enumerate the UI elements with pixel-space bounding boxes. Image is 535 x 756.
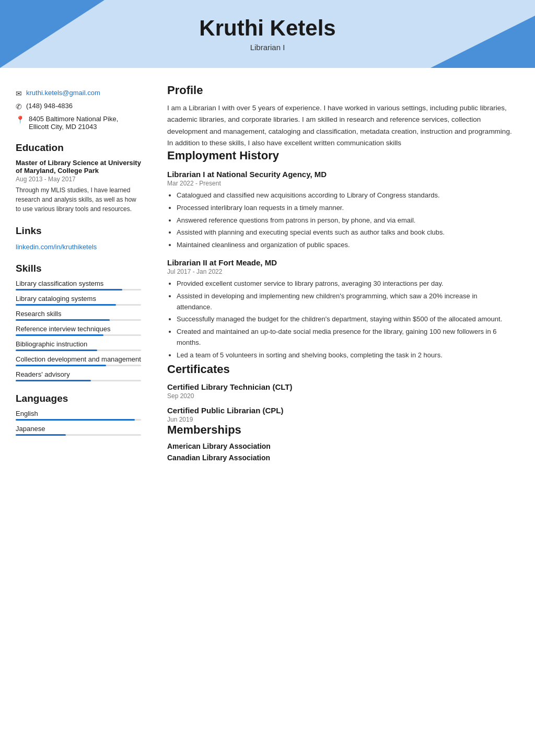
- contact-phone-row: ✆ (148) 948-4836: [16, 102, 141, 111]
- linkedin-link[interactable]: linkedin.com/in/kruthiketels: [16, 243, 97, 251]
- memberships-section: Memberships American Library Association…: [167, 423, 514, 462]
- languages-section: Languages English Japanese: [16, 393, 141, 436]
- contact-info: ✉ kruthi.ketels@gmail.com ✆ (148) 948-48…: [16, 89, 141, 131]
- skill-item: Library cataloging systems: [16, 295, 141, 306]
- job-bullet: Maintained cleanliness and organization …: [177, 240, 514, 251]
- profile-section: Profile I am a Librarian I with over 5 y…: [167, 84, 514, 149]
- certs-list: Certified Library Technician (CLT) Sep 2…: [167, 382, 514, 423]
- job-bullet: Created and maintained an up-to-date soc…: [177, 327, 514, 348]
- cert-entry: Certified Library Technician (CLT) Sep 2…: [167, 382, 514, 400]
- membership-item: American Library Association: [167, 442, 514, 450]
- skill-item: Collection development and management: [16, 355, 141, 366]
- contact-address-row: 📍 8405 Baltimore National Pike, Ellicott…: [16, 115, 141, 131]
- skill-bar-bg: [16, 304, 141, 306]
- job-bullet: Answered reference questions from patron…: [177, 215, 514, 226]
- lang-bar-bg: [16, 419, 141, 421]
- links-section: Links linkedin.com/in/kruthiketels: [16, 225, 141, 251]
- skill-bar-fill: [16, 289, 122, 290]
- skill-bar-fill: [16, 304, 116, 306]
- skill-bar-fill: [16, 365, 106, 366]
- job-title: Librarian II at Fort Meade, MD: [167, 258, 514, 267]
- education-title: Education: [16, 142, 141, 154]
- main-content: Profile I am a Librarian I with over 5 y…: [152, 68, 535, 481]
- body-layout: ✉ kruthi.ketels@gmail.com ✆ (148) 948-48…: [0, 68, 535, 481]
- skill-label: Library cataloging systems: [16, 295, 141, 303]
- language-item: Japanese: [16, 425, 141, 436]
- candidate-title: Librarian I: [10, 43, 525, 52]
- skill-label: Bibliographic instruction: [16, 340, 141, 348]
- job-bullet: Provided excellent customer service to l…: [177, 278, 514, 289]
- skill-item: Bibliographic instruction: [16, 340, 141, 351]
- skill-bar-fill: [16, 350, 97, 351]
- edu-date: Aug 2013 - May 2017: [16, 176, 141, 183]
- languages-title: Languages: [16, 393, 141, 404]
- job-title: Librarian I at National Security Agency,…: [167, 170, 514, 179]
- cert-title: Certified Library Technician (CLT): [167, 382, 514, 391]
- address: 8405 Baltimore National Pike, Ellicott C…: [29, 115, 118, 131]
- links-title: Links: [16, 225, 141, 237]
- lang-bar-bg: [16, 434, 141, 436]
- certificates-section: Certificates Certified Library Technicia…: [167, 363, 514, 423]
- skill-bar-bg: [16, 319, 141, 321]
- job-date: Mar 2022 - Present: [167, 180, 514, 187]
- skill-item: Research skills: [16, 310, 141, 321]
- employment-title: Employment History: [167, 149, 514, 162]
- skill-bar-bg: [16, 380, 141, 381]
- skill-label: Readers' advisory: [16, 370, 141, 378]
- cert-date: Sep 2020: [167, 392, 514, 400]
- skill-label: Research skills: [16, 310, 141, 318]
- cert-date: Jun 2019: [167, 416, 514, 423]
- skills-section: Skills Library classification systems Li…: [16, 263, 141, 381]
- skill-bar-fill: [16, 380, 91, 381]
- memberships-title: Memberships: [167, 423, 514, 437]
- edu-desc: Through my MLIS studies, I have learned …: [16, 185, 141, 214]
- job-bullet: Assisted in developing and implementing …: [177, 291, 514, 313]
- skill-bar-bg: [16, 350, 141, 351]
- skill-bar-bg: [16, 289, 141, 290]
- skill-item: Reference interview techniques: [16, 325, 141, 336]
- skills-title: Skills: [16, 263, 141, 274]
- lang-label: English: [16, 410, 141, 417]
- job-bullet: Processed interlibrary loan requests in …: [177, 203, 514, 214]
- employment-section: Employment History Librarian I at Nation…: [167, 149, 514, 361]
- skill-label: Collection development and management: [16, 355, 141, 363]
- skills-list: Library classification systems Library c…: [16, 280, 141, 381]
- languages-list: English Japanese: [16, 410, 141, 436]
- job-date: Jul 2017 - Jan 2022: [167, 268, 514, 275]
- lang-bar-fill: [16, 419, 135, 421]
- cert-entry: Certified Public Librarian (CPL) Jun 201…: [167, 406, 514, 423]
- profile-title: Profile: [167, 84, 514, 97]
- job-entry: Librarian I at National Security Agency,…: [167, 170, 514, 251]
- email-icon: ✉: [16, 89, 22, 98]
- skill-item: Library classification systems: [16, 280, 141, 290]
- skill-item: Readers' advisory: [16, 370, 141, 381]
- location-icon: 📍: [16, 115, 25, 124]
- jobs-list: Librarian I at National Security Agency,…: [167, 170, 514, 361]
- job-entry: Librarian II at Fort Meade, MD Jul 2017 …: [167, 258, 514, 361]
- phone-number: (148) 948-4836: [26, 102, 73, 110]
- job-bullets: Provided excellent customer service to l…: [167, 278, 514, 361]
- certificates-title: Certificates: [167, 363, 514, 376]
- edu-degree: Master of Library Science at University …: [16, 159, 141, 175]
- job-bullets: Catalogued and classified new acquisitio…: [167, 190, 514, 251]
- job-bullet: Assisted with planning and executing spe…: [177, 227, 514, 238]
- header: Kruthi Ketels Librarian I: [0, 0, 535, 68]
- skill-bar-fill: [16, 334, 103, 336]
- email-link[interactable]: kruthi.ketels@gmail.com: [26, 89, 100, 97]
- membership-item: Canadian Library Association: [167, 453, 514, 462]
- sidebar: ✉ kruthi.ketels@gmail.com ✆ (148) 948-48…: [0, 68, 152, 481]
- skill-bar-bg: [16, 365, 141, 366]
- job-bullet: Catalogued and classified new acquisitio…: [177, 190, 514, 201]
- education-section: Education Master of Library Science at U…: [16, 142, 141, 214]
- language-item: English: [16, 410, 141, 421]
- job-bullet: Successfully managed the budget for the …: [177, 314, 514, 325]
- skill-label: Library classification systems: [16, 280, 141, 287]
- cert-title: Certified Public Librarian (CPL): [167, 406, 514, 415]
- job-bullet: Led a team of 5 volunteers in sorting an…: [177, 350, 514, 361]
- lang-label: Japanese: [16, 425, 141, 433]
- skill-label: Reference interview techniques: [16, 325, 141, 333]
- lang-bar-fill: [16, 434, 66, 436]
- contact-email-row: ✉ kruthi.ketels@gmail.com: [16, 89, 141, 98]
- skill-bar-fill: [16, 319, 110, 321]
- candidate-name: Kruthi Ketels: [10, 16, 525, 41]
